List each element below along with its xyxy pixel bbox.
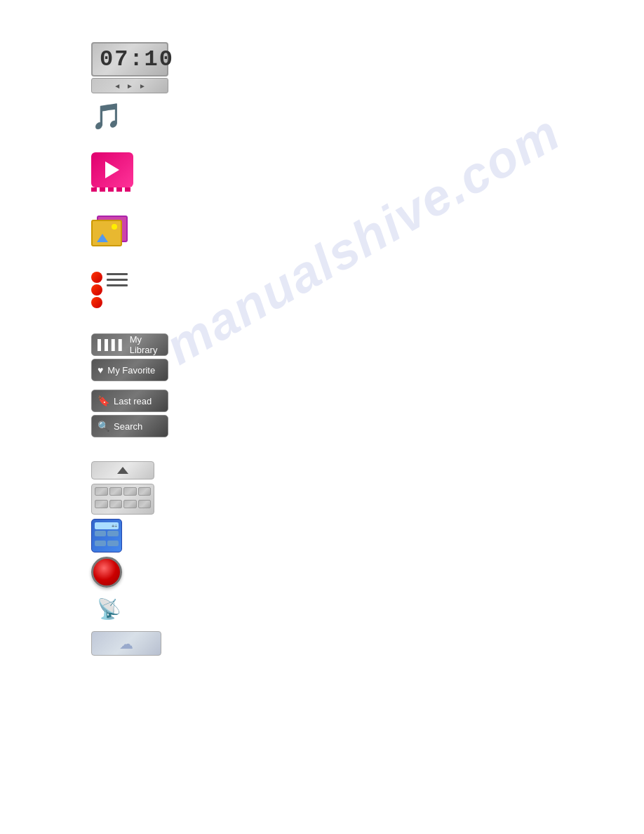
search-label: Search (114, 421, 142, 432)
keypad-key-8[interactable] (138, 500, 152, 508)
last-read-button[interactable]: 🔖 Last read (91, 390, 168, 412)
clock-controls[interactable]: ◄ ► ► (91, 78, 168, 93)
menu-list-icon[interactable] (91, 272, 130, 305)
bottom-section: +÷ 📡 ☁ (91, 461, 161, 656)
record-button[interactable] (91, 557, 122, 588)
menu-dot-1 (91, 272, 102, 283)
photo-sun (112, 224, 117, 230)
eject-button[interactable] (91, 461, 154, 479)
eject-triangle-icon (117, 467, 128, 474)
search-button[interactable]: 🔍 Search (91, 415, 168, 437)
menu-lines (107, 273, 128, 286)
keypad-key-4[interactable] (138, 487, 152, 496)
photo-stack-front (91, 220, 122, 246)
antenna-waves: 📡 (97, 600, 121, 619)
my-library-button[interactable]: ▌▌▌▌ My Library (91, 333, 168, 356)
menu-dot-2 (91, 284, 102, 296)
music-icon: 🎵 (91, 102, 123, 131)
my-favorite-button[interactable]: ♥ My Favorite (91, 359, 168, 381)
calc-btn-2 (107, 531, 119, 536)
menu-line-1 (107, 273, 128, 275)
menu-line-3 (107, 284, 128, 286)
photo-icon[interactable] (91, 216, 130, 247)
lastread-label: Last read (114, 396, 152, 406)
keypad-key-3[interactable] (123, 487, 137, 496)
calc-btn-1 (95, 531, 106, 536)
calc-screen: +÷ (95, 522, 119, 529)
main-content: 07:10 ◄ ► ► 🎵 (91, 42, 168, 656)
library-label: My Library (130, 334, 168, 355)
search-icon: 🔍 (98, 421, 109, 432)
menu-icon-wrap (91, 272, 130, 305)
keypad-widget[interactable] (91, 484, 154, 515)
keypad-key-1[interactable] (95, 487, 108, 496)
keypad-key-7[interactable] (123, 500, 137, 508)
video-icon-wrap (91, 152, 133, 187)
library-icon: ▌▌▌▌ (98, 339, 126, 350)
keypad-key-2[interactable] (109, 487, 123, 496)
prev-button[interactable]: ◄ (114, 82, 121, 90)
keypad-key-6[interactable] (109, 500, 123, 508)
cloud-icon: ☁ (119, 635, 133, 652)
calc-btn-3 (95, 541, 106, 546)
calc-btn-4 (107, 541, 119, 546)
video-icon[interactable] (91, 152, 133, 187)
clock-display: 07:10 (91, 42, 168, 77)
next-button[interactable]: ► (139, 82, 146, 90)
calc-buttons (95, 531, 119, 549)
calculator-icon[interactable]: +÷ (91, 519, 122, 552)
menu-line-2 (107, 279, 128, 281)
video-play-triangle (105, 161, 119, 178)
photo-mountain (97, 234, 108, 242)
lastread-icon: 🔖 (98, 395, 109, 406)
menu-dot-3 (91, 297, 102, 308)
photo-icon-wrap (91, 216, 130, 247)
antenna-icon[interactable]: 📡 (91, 592, 126, 627)
play-button[interactable]: ► (126, 82, 133, 90)
weather-widget: ☁ (91, 631, 161, 656)
favorite-label: My Favorite (107, 365, 155, 376)
clock-widget: 07:10 ◄ ► ► (91, 42, 168, 93)
favorite-icon: ♥ (98, 364, 103, 376)
watermark: manualshive.com (156, 103, 570, 376)
keypad-key-5[interactable] (95, 500, 108, 508)
